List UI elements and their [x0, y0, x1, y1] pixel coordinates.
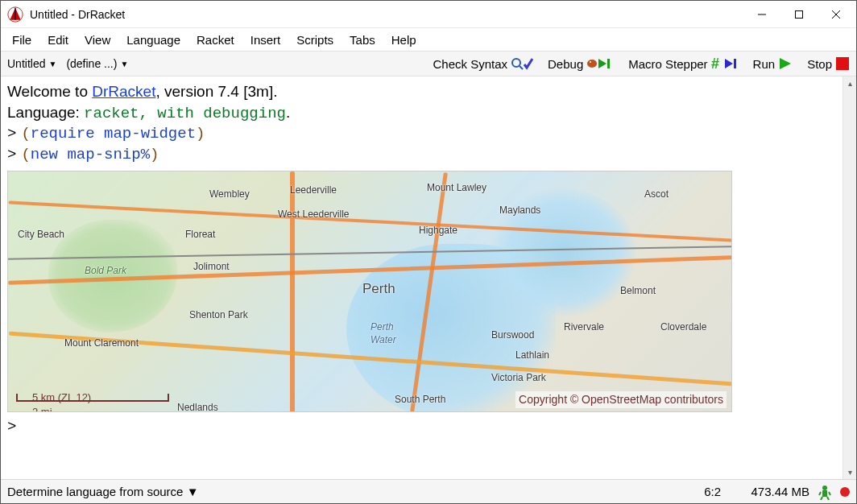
- app-icon: [7, 6, 23, 23]
- svg-rect-17: [822, 490, 827, 497]
- welcome-prefix: Welcome to: [7, 83, 92, 100]
- tab-label: Untitled: [7, 57, 45, 70]
- map-label: Cloverdale: [660, 320, 706, 333]
- language-selector[interactable]: Determine language from source ▼: [7, 485, 198, 498]
- stop-button[interactable]: Stop: [807, 56, 850, 71]
- menu-edit[interactable]: Edit: [41, 31, 75, 48]
- gc-icon[interactable]: [818, 484, 832, 500]
- scroll-up-icon[interactable]: ▴: [843, 76, 856, 90]
- svg-rect-2: [796, 10, 803, 18]
- svg-line-6: [520, 66, 523, 69]
- check-syntax-label: Check Syntax: [433, 57, 507, 71]
- welcome-suffix: , version 7.4 [3m].: [155, 83, 277, 100]
- menu-language[interactable]: Language: [120, 31, 187, 48]
- map-attribution: Copyright © OpenStreetMap contributors: [515, 391, 727, 408]
- menu-scripts[interactable]: Scripts: [290, 31, 340, 48]
- map-label: Floreat: [185, 228, 215, 241]
- map-label: Shenton Park: [189, 308, 248, 321]
- map-snip[interactable]: Perth City Beach Wembley Floreat Leederv…: [7, 171, 732, 412]
- svg-line-19: [829, 492, 830, 495]
- welcome-line: Welcome to DrRacket, version 7.4 [3m].: [7, 81, 850, 102]
- language-line: Language: racket, with debugging.: [7, 102, 850, 125]
- tab-dropdown[interactable]: Untitled ▼: [7, 57, 56, 70]
- map-label: Belmont: [620, 284, 656, 297]
- map-label-water: Perth Water: [371, 320, 396, 346]
- magnifier-check-icon: [511, 56, 533, 71]
- debug-button[interactable]: Debug: [548, 56, 614, 71]
- svg-point-5: [512, 59, 520, 67]
- map-label: City Beach: [18, 228, 64, 241]
- scale-km: 5 km (ZL 12): [32, 390, 91, 405]
- map-label: Highgate: [419, 224, 457, 237]
- svg-rect-15: [836, 57, 849, 70]
- macro-stepper-button[interactable]: Macro Stepper #: [628, 56, 738, 71]
- scroll-down-icon[interactable]: ▾: [843, 465, 856, 479]
- minimize-button[interactable]: [743, 2, 780, 27]
- define-label: (define ...): [66, 57, 117, 70]
- map-scale: 5 km (ZL 12) 2 mi: [16, 394, 169, 402]
- menu-file[interactable]: File: [6, 31, 38, 48]
- chevron-down-icon: ▼: [48, 60, 56, 68]
- cursor-position: 6:2: [673, 485, 721, 498]
- toolbar: Untitled ▼ (define ...) ▼ Check Syntax D…: [1, 51, 856, 76]
- svg-line-21: [827, 497, 829, 500]
- close-button[interactable]: [818, 2, 855, 27]
- prompt: >: [7, 145, 16, 166]
- map-label: West Leederville: [278, 208, 350, 221]
- map-label: South Perth: [395, 393, 445, 406]
- statusbar: Determine language from source ▼ 6:2 473…: [1, 479, 856, 503]
- language-label: Language:: [7, 104, 84, 121]
- repl-prompt-current[interactable]: >: [7, 417, 850, 438]
- map-label: Rivervale: [564, 320, 604, 333]
- macro-stepper-label: Macro Stepper: [628, 57, 707, 71]
- svg-marker-14: [780, 58, 791, 69]
- prompt: >: [7, 124, 16, 145]
- drracket-link[interactable]: DrRacket: [92, 83, 155, 100]
- run-button[interactable]: Run: [753, 56, 793, 71]
- define-dropdown[interactable]: (define ...) ▼: [66, 57, 128, 70]
- map-label: Victoria Park: [491, 371, 546, 384]
- svg-point-7: [587, 60, 597, 68]
- menu-insert[interactable]: Insert: [244, 31, 288, 48]
- hash-step-icon: #: [711, 56, 739, 71]
- chevron-down-icon: ▼: [187, 485, 199, 498]
- menu-tabs[interactable]: Tabs: [343, 31, 382, 48]
- svg-point-8: [590, 61, 591, 63]
- map-label: Mount Lawley: [427, 181, 486, 194]
- interactions-panel[interactable]: Welcome to DrRacket, version 7.4 [3m]. L…: [1, 76, 856, 479]
- scale-mi: 2 mi: [32, 405, 52, 412]
- open-paren: (: [21, 146, 30, 163]
- check-syntax-button[interactable]: Check Syntax: [433, 56, 533, 71]
- close-paren: ): [196, 125, 205, 143]
- map-label: Leederville: [290, 184, 337, 196]
- menu-view[interactable]: View: [78, 31, 117, 48]
- map-label-perth: Perth: [362, 280, 395, 299]
- svg-line-18: [819, 492, 821, 495]
- svg-point-16: [822, 485, 827, 490]
- debug-label: Debug: [548, 57, 583, 71]
- map-label: Mount Claremont: [64, 337, 139, 349]
- module-name: map-widget: [95, 125, 196, 143]
- chevron-down-icon: ▼: [120, 60, 128, 68]
- close-paren: ): [150, 146, 159, 163]
- map-label: Nedlands: [177, 401, 218, 412]
- map-label: Ascot: [644, 188, 669, 200]
- maximize-button[interactable]: [780, 2, 818, 27]
- play-icon: [778, 56, 793, 71]
- svg-rect-13: [734, 59, 736, 68]
- record-icon[interactable]: [840, 487, 850, 497]
- menu-racket[interactable]: Racket: [190, 31, 241, 48]
- menu-help[interactable]: Help: [385, 31, 423, 48]
- map-label: Wembley: [209, 188, 250, 200]
- svg-marker-9: [598, 59, 607, 68]
- titlebar: Untitled - DrRacket: [1, 1, 856, 28]
- run-label: Run: [753, 57, 776, 71]
- bug-step-icon: [586, 56, 614, 71]
- window: Untitled - DrRacket File Edit View Langu…: [0, 0, 857, 504]
- content-area: Welcome to DrRacket, version 7.4 [3m]. L…: [1, 76, 856, 479]
- svg-text:#: #: [711, 56, 719, 71]
- vertical-scrollbar[interactable]: ▴ ▾: [843, 76, 856, 479]
- keyword-new: new: [31, 146, 58, 163]
- svg-rect-10: [607, 59, 610, 68]
- map-label: Jolimont: [193, 260, 230, 273]
